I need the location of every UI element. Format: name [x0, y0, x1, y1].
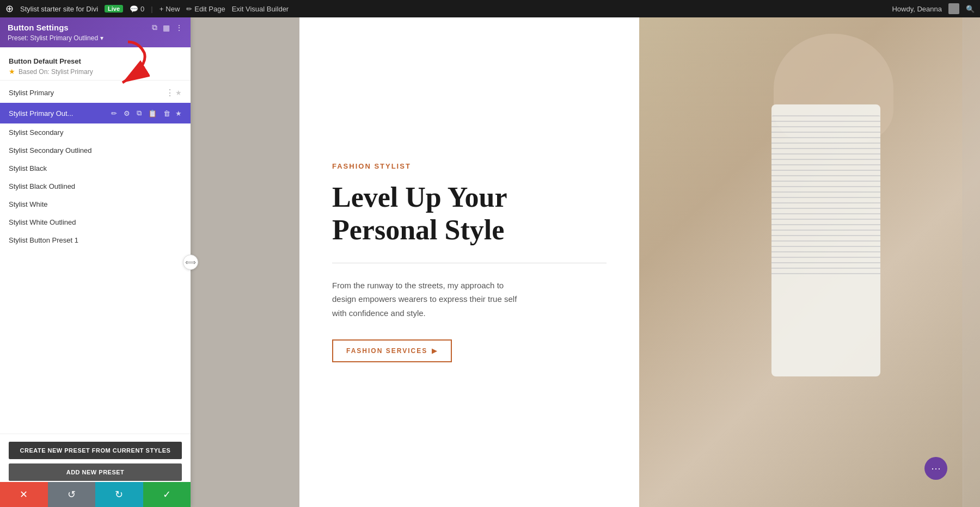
edit-page-button[interactable]: ✏ Edit Page — [186, 5, 225, 13]
right-sidebar-hint — [963, 17, 980, 507]
hero-image-area: ⋯ — [639, 17, 981, 507]
preset-item-stylist-secondary-outlined[interactable]: Stylist Secondary Outlined — [0, 141, 191, 159]
preset-item-name: Stylist Button Preset 1 — [9, 236, 182, 244]
drag-handle[interactable]: ⟺ — [183, 255, 198, 270]
chevron-down-icon: ▾ — [100, 34, 103, 42]
comment-icon: 💬 — [130, 5, 138, 13]
panel-header: Button Settings ⧉ ▦ ⋮ Preset: Stylist Pr… — [0, 17, 191, 47]
redo-button[interactable]: ↻ — [95, 482, 143, 507]
live-badge: Live — [105, 5, 123, 13]
settings-icon[interactable]: ⚙ — [122, 108, 132, 119]
preset-item-name: Stylist White Outlined — [9, 218, 182, 226]
admin-bar: ⊕ Stylist starter site for Divi Live 💬 0… — [0, 0, 980, 17]
page-content: FASHION STYLIST Level Up Your Personal S… — [191, 17, 980, 507]
preset-item-name: Stylist Secondary — [9, 128, 182, 137]
close-button[interactable]: ✕ — [0, 482, 48, 507]
undo-button[interactable]: ↺ — [48, 482, 96, 507]
avatar — [948, 3, 959, 14]
preset-item-name: Stylist Primary Out... — [9, 109, 109, 118]
preset-star-icon[interactable]: ★ — [175, 109, 182, 118]
plus-icon: + — [160, 5, 164, 13]
preset-list: Button Default Preset ★ Based On: Stylis… — [0, 47, 191, 434]
duplicate-icon[interactable]: ⧉ — [135, 108, 143, 119]
fashion-services-button[interactable]: FASHION SERVICES ▶ — [332, 339, 452, 362]
save-icon: ✓ — [163, 489, 171, 500]
person-stripes — [771, 115, 880, 279]
delete-icon[interactable]: 🗑 — [162, 108, 172, 119]
preset-item-name: Stylist Secondary Outlined — [9, 146, 182, 154]
more-options-icon[interactable]: ⋮ — [175, 23, 183, 32]
default-preset-section: Button Default Preset ★ Based On: Stylis… — [0, 52, 191, 81]
hero-divider — [332, 263, 607, 263]
preset-item-stylist-white[interactable]: Stylist White — [0, 195, 191, 213]
preset-item-stylist-white-outlined[interactable]: Stylist White Outlined — [0, 213, 191, 231]
arrow-icon: ▶ — [432, 347, 438, 355]
preset-item-name: Stylist White — [9, 200, 182, 208]
comment-count[interactable]: 💬 0 — [130, 5, 144, 13]
preset-star-icon[interactable]: ★ — [175, 89, 182, 97]
grid-icon[interactable]: ▦ — [163, 23, 170, 32]
edit-icon[interactable]: ✏ — [109, 108, 119, 119]
star-icon: ★ — [9, 67, 15, 76]
pencil-icon: ✏ — [186, 5, 192, 13]
search-icon[interactable]: 🔍 — [966, 5, 975, 13]
preset-item-name: Stylist Black Outlined — [9, 182, 182, 190]
main-area: Button Settings ⧉ ▦ ⋮ Preset: Stylist Pr… — [0, 17, 980, 507]
admin-bar-right: Howdy, Deanna 🔍 — [892, 3, 975, 14]
site-name: Stylist starter site for Divi — [20, 5, 98, 13]
hero-image-placeholder — [639, 17, 981, 507]
add-preset-button[interactable]: ADD NEW PRESET — [9, 463, 182, 481]
default-preset-title: Button Default Preset — [9, 57, 182, 65]
hero-section: FASHION STYLIST Level Up Your Personal S… — [191, 17, 980, 507]
preset-item-name: Stylist Black — [9, 164, 182, 172]
copy2-icon[interactable]: 📋 — [146, 108, 158, 119]
more-dots-icon[interactable]: ⋮ — [164, 88, 175, 98]
preset-item-stylist-black-outlined[interactable]: Stylist Black Outlined — [0, 177, 191, 195]
preset-item-stylist-secondary[interactable]: Stylist Secondary — [0, 123, 191, 141]
preset-item-stylist-primary-outlined[interactable]: Stylist Primary Out... ✏ ⚙ ⧉ 📋 🗑 ★ — [0, 103, 191, 123]
default-preset-based: ★ Based On: Stylist Primary — [9, 67, 182, 76]
howdy-label: Howdy, Deanna — [892, 5, 942, 13]
copy-icon[interactable]: ⧉ — [152, 23, 157, 32]
preset-item-stylist-button-preset-1[interactable]: Stylist Button Preset 1 — [0, 231, 191, 249]
button-settings-panel: Button Settings ⧉ ▦ ⋮ Preset: Stylist Pr… — [0, 17, 191, 507]
wp-logo-icon: ⊕ — [5, 3, 14, 15]
preset-item-stylist-black[interactable]: Stylist Black — [0, 159, 191, 177]
panel-header-top: Button Settings ⧉ ▦ ⋮ — [8, 23, 183, 32]
grey-background-section — [191, 17, 299, 507]
undo-icon: ↺ — [68, 489, 76, 500]
three-dots-button[interactable]: ⋯ — [924, 457, 947, 480]
fashion-label: FASHION STYLIST — [332, 162, 607, 170]
exit-visual-builder-button[interactable]: Exit Visual Builder — [232, 5, 289, 13]
redo-icon: ↻ — [115, 489, 123, 500]
preset-item-name: Stylist Primary — [9, 89, 164, 97]
bottom-toolbar: ✕ ↺ ↻ ✓ — [0, 482, 191, 507]
save-button[interactable]: ✓ — [143, 482, 191, 507]
hero-heading: Level Up Your Personal Style — [332, 181, 607, 246]
create-preset-button[interactable]: CREATE NEW PRESET FROM CURRENT STYLES — [9, 442, 182, 459]
panel-header-icons: ⧉ ▦ ⋮ — [152, 23, 183, 32]
close-icon: ✕ — [20, 489, 28, 500]
preset-item-stylist-primary[interactable]: Stylist Primary ⋮ ★ — [0, 83, 191, 103]
panel-title: Button Settings — [8, 23, 69, 32]
preset-item-actions: ✏ ⚙ ⧉ 📋 🗑 ★ — [109, 108, 182, 119]
new-button[interactable]: + New — [160, 5, 180, 13]
hero-text-area: FASHION STYLIST Level Up Your Personal S… — [299, 17, 639, 507]
hero-body-text: From the runway to the streets, my appro… — [332, 279, 528, 320]
preset-label[interactable]: Preset: Stylist Primary Outlined ▾ — [8, 34, 183, 42]
